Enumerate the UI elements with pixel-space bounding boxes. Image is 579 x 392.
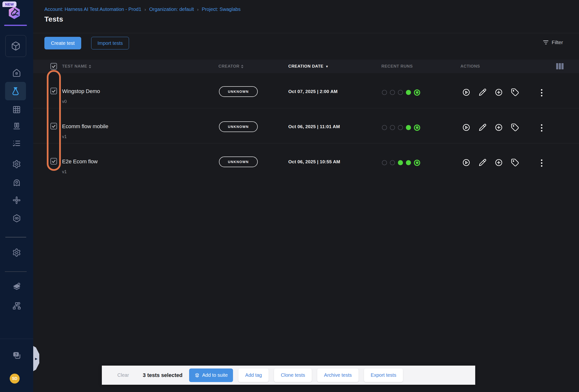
clear-selection-button[interactable]: Clear [117, 372, 129, 378]
breadcrumb-organization[interactable]: Organization: default [149, 6, 194, 12]
row-checkbox[interactable] [50, 123, 57, 129]
more-actions-button[interactable] [539, 123, 544, 132]
run-test-button[interactable] [462, 159, 470, 167]
row-checkbox[interactable] [50, 158, 57, 165]
run-status-dot-empty [390, 160, 395, 165]
home-icon [12, 68, 21, 77]
run-status-dot-ring[interactable] [414, 160, 420, 166]
module-selector[interactable] [5, 35, 26, 57]
sidebar-item-checklist[interactable] [0, 139, 33, 148]
creator-badge: UNKNOWN [219, 121, 258, 132]
more-actions-button[interactable] [539, 159, 544, 167]
sidebar-item-test-tubes[interactable] [0, 122, 33, 131]
sidebar-item-tests-active[interactable] [5, 82, 26, 100]
edit-test-button[interactable] [478, 88, 487, 96]
sidebar-item-settings[interactable] [0, 160, 33, 169]
breadcrumb: Account: Harness AI Test Automation - Pr… [44, 6, 240, 12]
run-status-dot-filled[interactable] [398, 160, 403, 165]
check-icon [51, 124, 56, 128]
sidebar-expand-handle[interactable]: ▶ [33, 346, 39, 371]
play-circle-icon [462, 159, 470, 167]
run-test-button[interactable] [462, 88, 470, 96]
page-title: Tests [44, 15, 63, 23]
selection-count: 3 tests selected [143, 372, 183, 378]
pencil-icon [478, 159, 487, 167]
table-header: TEST NAME CREATOR CREATION DATE▼ RECENT … [33, 59, 579, 73]
add-to-suite-button[interactable] [495, 159, 503, 167]
left-sidebar: NEW [0, 0, 33, 392]
plus-circle-icon [495, 88, 503, 96]
gear-icon [12, 248, 21, 257]
sidebar-divider [5, 237, 26, 237]
sort-arrows-icon[interactable] [89, 65, 91, 68]
tag-button[interactable] [511, 88, 519, 96]
pencil-icon [478, 88, 487, 96]
grid-icon [12, 105, 21, 114]
run-status-dot-filled[interactable] [406, 160, 411, 165]
edit-test-button[interactable] [478, 123, 487, 132]
layers-settings-icon [12, 282, 21, 291]
column-header-recent-runs: RECENT RUNS [381, 59, 413, 73]
sidebar-item-org-structure[interactable] [0, 301, 33, 310]
tag-button[interactable] [511, 123, 519, 132]
breadcrumb-account[interactable]: Account: Harness AI Test Automation - Pr… [44, 6, 141, 12]
selection-bar: Clear 3 tests selected Add to suite Add … [102, 366, 475, 385]
run-status-dot-ring[interactable] [414, 89, 420, 96]
sidebar-item-slack[interactable] [0, 196, 33, 205]
import-tests-button[interactable]: Import tests [91, 37, 129, 50]
add-tag-button[interactable]: Add tag [238, 369, 269, 382]
user-avatar[interactable]: SD [10, 374, 20, 384]
sidebar-item-help[interactable]: ? [0, 351, 33, 360]
breadcrumb-project[interactable]: Project: Swaglabs [202, 6, 240, 12]
export-tests-button[interactable]: Export tests [364, 369, 403, 382]
filter-button[interactable]: Filter [543, 40, 563, 45]
select-all-checkbox[interactable] [50, 63, 57, 69]
new-badge: NEW [2, 1, 16, 7]
sidebar-section-divider [0, 339, 33, 339]
tag-icon [511, 88, 519, 96]
test-name[interactable]: E2e Ecom flow [62, 159, 98, 165]
help-chat-icon: ? [12, 351, 21, 360]
tag-button[interactable] [511, 159, 519, 167]
sidebar-item-layers-settings[interactable] [0, 282, 33, 291]
sort-arrows-icon[interactable] [241, 65, 243, 68]
creation-date: Oct 06, 2025 | 11:01 AM [288, 124, 340, 129]
column-header-creation-date[interactable]: CREATION DATE▼ [288, 59, 329, 73]
column-header-test-name[interactable]: TEST NAME [62, 59, 91, 73]
run-status-dot-filled[interactable] [406, 125, 411, 130]
add-to-suite-button[interactable] [495, 88, 503, 96]
creator-badge: UNKNOWN [219, 157, 258, 167]
sidebar-divider [5, 271, 27, 272]
sidebar-item-account-settings[interactable] [0, 248, 33, 257]
row-checkbox[interactable] [50, 88, 57, 94]
sidebar-item-agents[interactable] [0, 178, 33, 187]
layers-icon [195, 373, 200, 378]
sidebar-item-grid[interactable] [0, 105, 33, 114]
add-to-suite-button[interactable] [495, 123, 503, 132]
row-actions [462, 159, 519, 167]
sidebar-item-pipelines[interactable] [0, 214, 33, 223]
create-test-button[interactable]: Create test [44, 37, 81, 50]
test-name[interactable]: Ecomm flow mobile [62, 123, 108, 130]
breadcrumb-separator: › [145, 7, 146, 12]
run-status-dot-empty [382, 90, 387, 95]
column-header-creator[interactable]: CREATOR [218, 59, 243, 73]
column-settings-icon[interactable] [556, 63, 564, 69]
column-header-actions: ACTIONS [460, 59, 480, 73]
run-status-dot-empty [390, 90, 395, 95]
breadcrumb-separator: › [197, 7, 199, 12]
add-to-suite-bulk-button[interactable]: Add to suite [189, 369, 233, 382]
archive-tests-button[interactable]: Archive tests [317, 369, 358, 382]
play-circle-icon [462, 88, 470, 96]
check-icon [51, 89, 56, 93]
app-logo[interactable] [7, 6, 21, 21]
clone-tests-button[interactable]: Clone tests [274, 369, 312, 382]
run-status-dot-filled[interactable] [406, 90, 411, 95]
filter-label: Filter [552, 40, 563, 45]
sidebar-item-home[interactable] [0, 68, 33, 77]
run-status-dot-ring[interactable] [414, 124, 420, 131]
edit-test-button[interactable] [478, 159, 487, 167]
run-test-button[interactable] [462, 123, 470, 132]
more-actions-button[interactable] [539, 88, 544, 96]
test-name[interactable]: Wingstop Demo [62, 88, 100, 95]
